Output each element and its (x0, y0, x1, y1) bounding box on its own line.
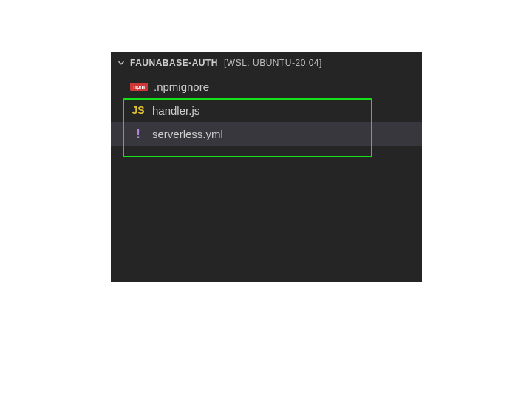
file-row-npmignore[interactable]: npm .npmignore (111, 75, 422, 98)
explorer-header[interactable]: FAUNABASE-AUTH [WSL: UBUNTU-20.04] (111, 52, 422, 73)
file-row-serverless[interactable]: ! serverless.yml (111, 122, 422, 146)
project-name: FAUNABASE-AUTH (130, 58, 218, 68)
chevron-down-icon (115, 57, 127, 69)
js-icon: JS (130, 103, 146, 117)
file-row-handler[interactable]: JS handler.js (111, 98, 422, 122)
file-explorer-panel: FAUNABASE-AUTH [WSL: UBUNTU-20.04] npm .… (111, 52, 422, 282)
file-name: serverless.yml (152, 128, 223, 140)
file-name: handler.js (152, 104, 200, 117)
project-context: [WSL: UBUNTU-20.04] (224, 58, 322, 68)
file-name: .npmignore (154, 81, 209, 93)
npm-icon: npm (130, 83, 148, 91)
file-list: npm .npmignore JS handler.js ! serverles… (111, 75, 422, 146)
yaml-icon: ! (130, 126, 146, 141)
